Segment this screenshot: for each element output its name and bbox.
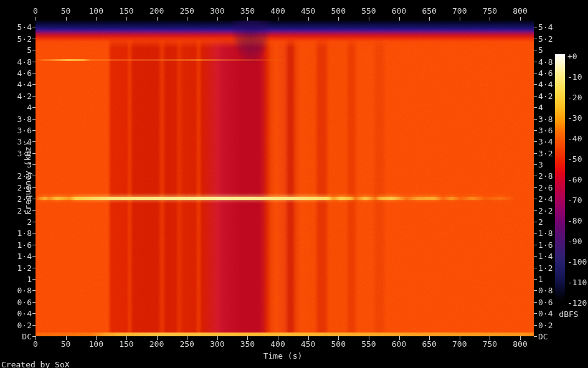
freq-tick-label-left: 3 [27, 161, 32, 169]
freq-tick-mark-right [534, 164, 537, 165]
colorbar-tick-label: -40 [567, 134, 582, 143]
x-axis-title: Time (s) [263, 351, 303, 361]
freq-tick-mark-right [534, 336, 537, 337]
colorbar-tick-label: -80 [567, 217, 582, 225]
freq-tick-label-left: 1·2 [17, 263, 32, 271]
freq-tick-mark-right [534, 96, 537, 97]
colorbar-tick-label: -50 [567, 155, 582, 163]
freq-tick-mark-right [534, 176, 537, 176]
freq-tick-label-left: 2·8 [17, 172, 32, 180]
time-tick-label-top: 50 [61, 7, 71, 15]
freq-tick-label-left: 0·6 [17, 298, 32, 306]
time-tick-label-bottom: 100 [89, 340, 103, 348]
freq-tick-label-right: 0·8 [538, 286, 552, 295]
time-tick-mark-top [187, 17, 187, 21]
freq-tick-label-left: 4·2 [17, 92, 32, 100]
freq-tick-label-left: 5 [27, 46, 32, 54]
freq-tick-mark-right [534, 141, 537, 142]
time-tick-mark-top [490, 17, 490, 21]
freq-tick-mark-left [32, 302, 36, 303]
time-tick-label-top: 700 [452, 7, 467, 15]
freq-tick-label-right: 1 [538, 275, 543, 283]
freq-tick-mark-right [534, 119, 537, 120]
freq-tick-label-right: 3 [538, 161, 543, 169]
freq-tick-mark-right [534, 107, 537, 108]
time-tick-mark-top [429, 17, 430, 21]
freq-tick-mark-right [534, 50, 537, 50]
time-tick-label-top: 400 [270, 7, 285, 15]
time-tick-label-bottom: 800 [513, 340, 527, 348]
freq-tick-mark-left [32, 164, 36, 165]
freq-tick-mark-right [534, 245, 537, 245]
freq-tick-label-right: 0·2 [538, 321, 552, 329]
time-tick-label-bottom: 400 [270, 340, 285, 348]
time-tick-label-bottom: 250 [179, 340, 194, 348]
freq-tick-mark-right [534, 256, 537, 257]
freq-tick-label-right: 3·4 [538, 138, 552, 146]
freq-tick-mark-right [534, 290, 537, 291]
freq-tick-label-right: 1·4 [538, 252, 552, 260]
freq-tick-label-right: 5·4 [538, 23, 552, 31]
freq-tick-label-right: 5 [538, 46, 543, 54]
time-tick-label-bottom: 650 [422, 340, 436, 348]
colorbar-tick-label: -120 [567, 299, 587, 307]
time-tick-label-bottom: 750 [483, 340, 497, 348]
time-tick-label-top: 550 [361, 7, 376, 15]
freq-tick-mark-right [534, 27, 537, 27]
freq-tick-mark-right [534, 302, 537, 303]
time-tick-label-top: 0 [33, 7, 38, 15]
time-tick-mark-top [520, 17, 521, 21]
colorbar-tick-label: -110 [567, 278, 587, 286]
freq-tick-mark-left [32, 153, 36, 154]
time-tick-label-bottom: 550 [361, 340, 376, 348]
time-tick-mark-top [36, 17, 36, 21]
colorbar-tick-label: -10 [567, 73, 582, 81]
freq-tick-mark-left [32, 187, 36, 188]
colorbar-tick-label: -90 [567, 237, 582, 245]
freq-tick-mark-left [32, 222, 36, 222]
freq-tick-mark-left [32, 245, 36, 245]
freq-tick-label-left: 5·4 [17, 23, 32, 31]
freq-tick-mark-left [32, 50, 36, 50]
time-tick-label-top: 250 [179, 7, 194, 15]
time-tick-label-bottom: 450 [301, 340, 315, 348]
freq-tick-label-right: 3·2 [538, 149, 552, 157]
time-tick-mark-top [460, 17, 460, 21]
spectrogram-plot [36, 21, 534, 336]
freq-tick-mark-left [32, 313, 36, 314]
time-tick-label-bottom: 300 [210, 340, 224, 348]
freq-tick-mark-left [32, 39, 36, 39]
freq-tick-label-right: 2·8 [538, 172, 552, 180]
freq-tick-mark-right [534, 325, 537, 326]
time-tick-mark-top [338, 17, 339, 21]
freq-tick-mark-left [32, 210, 36, 211]
time-tick-mark-top [247, 17, 248, 21]
time-tick-mark-top [157, 17, 158, 21]
colorbar-tick-label: -30 [567, 114, 582, 122]
freq-tick-mark-right [534, 130, 537, 131]
time-tick-label-top: 100 [89, 7, 103, 15]
freq-tick-mark-right [534, 73, 537, 73]
colorbar [555, 54, 565, 301]
freq-tick-mark-left [32, 268, 36, 268]
colorbar-unit-label: dBFS [559, 309, 578, 319]
freq-tick-mark-left [32, 27, 36, 27]
time-tick-label-bottom: 600 [392, 340, 406, 348]
freq-tick-mark-right [534, 268, 537, 268]
freq-tick-mark-right [534, 153, 537, 154]
freq-tick-label-left: 0·4 [17, 309, 32, 318]
freq-tick-label-left: 3·4 [17, 138, 32, 146]
time-tick-label-top: 650 [422, 7, 436, 15]
freq-tick-label-right: 4·2 [538, 92, 552, 100]
spectrogram-grain-texture [36, 21, 534, 336]
freq-tick-mark-right [534, 199, 537, 199]
freq-tick-label-right: 4·4 [538, 80, 552, 88]
freq-tick-mark-left [32, 96, 36, 97]
freq-tick-label-left: 1·4 [17, 252, 32, 260]
colorbar-tick-label: +0 [567, 52, 577, 60]
freq-tick-label-right: 1·8 [538, 229, 552, 237]
freq-tick-mark-left [32, 84, 36, 85]
freq-tick-mark-left [32, 141, 36, 142]
freq-tick-label-right: 1·6 [538, 240, 552, 248]
freq-tick-label-right: 3·6 [538, 126, 552, 134]
